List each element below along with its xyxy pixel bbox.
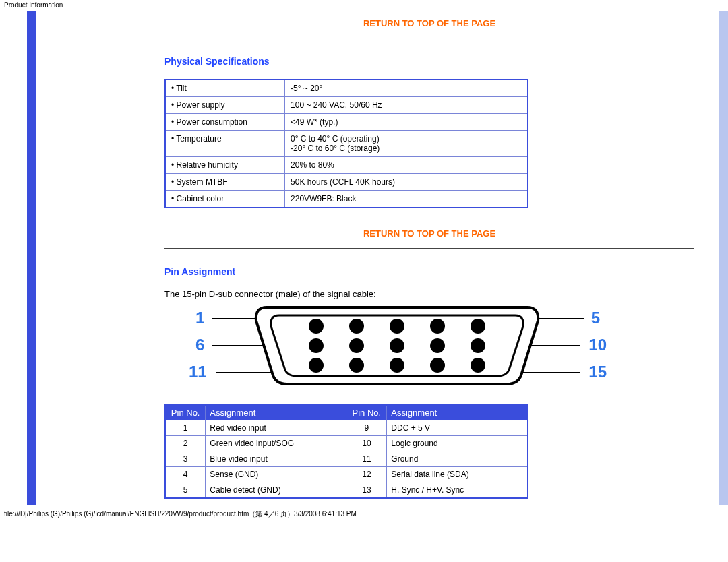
right-vertical-stripe: [719, 11, 728, 505]
conn-label-5: 5: [591, 309, 600, 327]
pin-header-assign-a: Assignment: [206, 405, 346, 420]
pin-assign-cell: DDC + 5 V: [387, 420, 528, 436]
page-frame: RETURN TO TOP OF THE PAGE Physical Speci…: [27, 11, 728, 505]
return-top-link-1[interactable]: RETURN TO TOP OF THE PAGE: [164, 18, 694, 28]
dsub-shell-icon: [252, 303, 542, 388]
pin-no-cell: 13: [346, 482, 387, 499]
physical-spec-table: • Tilt-5° ~ 20°• Power supply100 ~ 240 V…: [164, 79, 528, 208]
conn-label-15: 15: [588, 363, 607, 381]
spec-row: • Temperature0° C to 40° C (operating)-2…: [165, 131, 528, 157]
conn-label-10: 10: [588, 336, 607, 354]
dsub-connector-diagram: 1 6 11 5 10 15: [189, 307, 607, 388]
pin-row: 1Red video input9DDC + 5 V: [165, 420, 528, 436]
content-column: RETURN TO TOP OF THE PAGE Physical Speci…: [36, 11, 710, 505]
svg-point-6: [349, 338, 364, 353]
pin-header-assign-b: Assignment: [387, 405, 528, 420]
return-top-link-2[interactable]: RETURN TO TOP OF THE PAGE: [164, 228, 694, 239]
pin-assignment-table: Pin No. Assignment Pin No. Assignment 1R…: [164, 404, 528, 499]
pin-header-pinno-b: Pin No.: [346, 405, 387, 420]
pin-header-pinno-a: Pin No.: [165, 405, 206, 420]
spec-label: • System MTBF: [165, 174, 285, 191]
pin-assign-cell: Sense (GND): [206, 467, 346, 482]
lead-line: [212, 318, 256, 319]
divider-1: [164, 38, 694, 38]
svg-point-9: [471, 338, 485, 353]
lead-line: [539, 318, 584, 319]
physical-spec-heading: Physical Specifications: [164, 56, 694, 67]
pin-assign-cell: Blue video input: [206, 451, 346, 467]
pin-assign-cell: Serial data line (SDA): [387, 467, 528, 482]
pin-no-cell: 9: [346, 420, 387, 436]
pin-assign-cell: Red video input: [206, 420, 346, 436]
divider-2: [164, 248, 694, 249]
spec-label: • Relative humidity: [165, 157, 285, 174]
svg-point-3: [430, 319, 445, 334]
pin-assign-cell: H. Sync / H+V. Sync: [387, 482, 528, 499]
pin-no-cell: 3: [165, 451, 206, 467]
page-header-title: Product Information: [4, 1, 63, 9]
spec-row: • Power supply100 ~ 240 VAC, 50/60 Hz: [165, 97, 528, 114]
spec-label: • Cabinet color: [165, 191, 285, 208]
page-footer: file:///D|/Philips (G)/Philips (G)/lcd/m…: [0, 505, 728, 520]
footer-path-text: file:///D|/Philips (G)/Philips (G)/lcd/m…: [4, 510, 357, 518]
pin-row: 2Green video input/SOG10Logic ground: [165, 436, 528, 451]
svg-point-8: [430, 338, 445, 353]
svg-point-12: [390, 358, 404, 373]
spec-label: • Temperature: [165, 131, 285, 157]
spec-value: 0° C to 40° C (operating)-20° C to 60° C…: [285, 131, 528, 157]
svg-point-5: [309, 338, 324, 353]
pin-assign-cell: Cable detect (GND): [206, 482, 346, 499]
pin-header-row: Pin No. Assignment Pin No. Assignment: [165, 405, 528, 420]
pin-row: 3Blue video input11Ground: [165, 451, 528, 467]
pin-no-cell: 11: [346, 451, 387, 467]
spec-row: • System MTBF50K hours (CCFL 40K hours): [165, 174, 528, 191]
svg-point-10: [309, 358, 324, 373]
svg-point-13: [430, 358, 445, 373]
spec-label: • Power consumption: [165, 114, 285, 131]
page-header: Product Information: [0, 0, 728, 11]
left-vertical-stripe: [27, 11, 36, 505]
pin-assignment-heading: Pin Assignment: [164, 266, 694, 277]
spec-value: 220VW9FB: Black: [285, 191, 528, 208]
spec-value: 100 ~ 240 VAC, 50/60 Hz: [285, 97, 528, 114]
svg-point-1: [349, 319, 364, 334]
conn-label-11: 11: [189, 363, 207, 381]
spec-value: <49 W* (typ.): [285, 114, 528, 131]
return-top-anchor-1[interactable]: RETURN TO TOP OF THE PAGE: [363, 18, 495, 28]
return-top-anchor-2[interactable]: RETURN TO TOP OF THE PAGE: [363, 228, 495, 239]
spec-value: 50K hours (CCFL 40K hours): [285, 174, 528, 191]
pin-no-cell: 5: [165, 482, 206, 499]
pin-assign-cell: Green video input/SOG: [206, 436, 346, 451]
pin-desc-text: The 15-pin D-sub connector (male) of the…: [164, 289, 694, 299]
pin-no-cell: 4: [165, 467, 206, 482]
conn-label-1: 1: [195, 309, 204, 327]
pin-no-cell: 10: [346, 436, 387, 451]
svg-point-7: [390, 338, 404, 353]
svg-point-11: [349, 358, 364, 373]
conn-label-6: 6: [195, 336, 204, 354]
pin-no-cell: 2: [165, 436, 206, 451]
svg-point-0: [309, 319, 324, 334]
spec-label: • Tilt: [165, 80, 285, 97]
spec-value: 20% to 80%: [285, 157, 528, 174]
spec-row: • Cabinet color220VW9FB: Black: [165, 191, 528, 208]
pin-row: 5Cable detect (GND)13H. Sync / H+V. Sync: [165, 482, 528, 499]
pin-no-cell: 12: [346, 467, 387, 482]
pin-no-cell: 1: [165, 420, 206, 436]
pin-assign-cell: Ground: [387, 451, 528, 467]
spec-value: -5° ~ 20°: [285, 80, 528, 97]
spec-row: • Relative humidity20% to 80%: [165, 157, 528, 174]
pin-assign-cell: Logic ground: [387, 436, 528, 451]
svg-point-4: [471, 319, 485, 334]
pin-row: 4Sense (GND)12Serial data line (SDA): [165, 467, 528, 482]
spec-label: • Power supply: [165, 97, 285, 114]
svg-point-2: [390, 319, 404, 334]
spec-row: • Tilt-5° ~ 20°: [165, 80, 528, 97]
spec-row: • Power consumption<49 W* (typ.): [165, 114, 528, 131]
svg-point-14: [471, 358, 485, 373]
